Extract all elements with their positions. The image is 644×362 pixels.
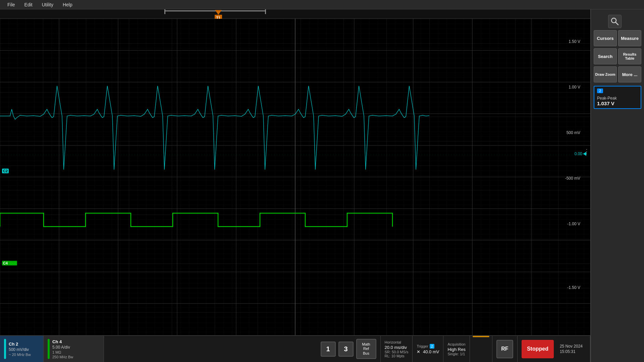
color-swatch: [473, 336, 489, 337]
menu-utility[interactable]: Utility: [37, 1, 58, 8]
ch4-status-section: Ch 4 5.00 A/div 1 MΩ 250 MHz Bw: [44, 336, 104, 362]
cursors-button[interactable]: Cursors: [594, 30, 617, 46]
acquisition-section: Acquisition High Res Single: 1/1: [443, 336, 470, 362]
stopped-button[interactable]: Stopped: [522, 340, 554, 358]
trigger-symbol: ✕ 40.0 mV: [417, 349, 439, 354]
ch2-color-bar: [4, 339, 6, 359]
menu-bar: File Edit Utility Help: [0, 0, 644, 9]
search-button[interactable]: Search: [594, 48, 617, 64]
trigger-ch-badge: 2: [430, 344, 434, 349]
ch4-color-bar: [48, 339, 50, 359]
ch4-bw-label: Bw: [68, 355, 73, 359]
ch4-name: Iout: [9, 261, 16, 265]
waveform-svg: [0, 19, 590, 335]
menu-file[interactable]: File: [3, 1, 20, 8]
trigger-level: 40.0 mV: [423, 349, 439, 354]
math-label: Math: [362, 342, 370, 347]
waveform-area: C2 C4 Iout 0.00 ⋮ 1.50 V 1.00 V 500 mV: [0, 19, 590, 335]
acquisition-mode: High Res: [447, 347, 465, 352]
draw-zoom-button[interactable]: Draw Zoom: [594, 66, 617, 82]
ch4-amps: 5.00 A/div: [52, 345, 73, 350]
rf-section: RF: [492, 336, 518, 362]
menu-help[interactable]: Help: [58, 1, 77, 8]
waveform-more-dots[interactable]: ⋮: [584, 148, 590, 155]
status-spacer: [104, 336, 317, 362]
color-swatch-section: [470, 336, 492, 362]
rf-button[interactable]: RF: [496, 340, 513, 358]
menu-edit[interactable]: Edit: [20, 1, 37, 8]
trigger-x-icon: ✕: [417, 349, 420, 354]
horizontal-title: Horizontal: [385, 340, 409, 344]
channel-3-button[interactable]: 3: [338, 342, 354, 357]
ch4-channel-indicator: C4 Iout: [2, 261, 17, 265]
ch2-bw-label: Bw: [25, 353, 31, 357]
ch2-info: Ch 2 500 mV/div ~ 20 MHz Bw: [9, 342, 31, 357]
meas-value: 1.037 V: [597, 101, 638, 106]
horizontal-rl: RL: 10 Mpts: [385, 354, 409, 358]
ch4-bw-row: 250 MHz Bw: [52, 355, 73, 359]
scope-search-icon[interactable]: [608, 15, 622, 28]
trigger-section: Trigger 2 ✕ 40.0 mV: [413, 336, 443, 362]
results-table-button[interactable]: Results Table: [618, 48, 641, 64]
date-display: 25 Nov 2024: [560, 344, 583, 349]
acquisition-single: Single: 1/1: [447, 352, 465, 356]
measurement-display: 2 Peak-Peak 1.037 V: [594, 86, 641, 109]
ch2-title: Ch 2: [9, 342, 31, 347]
ref-label: Ref: [363, 347, 369, 351]
trigger-area: T1: [0, 9, 590, 19]
meas-ch-badge: 2: [597, 88, 603, 93]
main-content: T1: [0, 9, 644, 362]
bus-label: Bus: [363, 351, 369, 356]
measure-button[interactable]: Measure: [618, 30, 641, 46]
acquisition-title: Acquisition: [447, 342, 465, 346]
right-panel: Cursors Measure Search Results Table Dra…: [590, 9, 644, 362]
search-results-row: Search Results Table: [594, 48, 641, 64]
ch4-info: Ch 4 5.00 A/div 1 MΩ 250 MHz Bw: [52, 339, 73, 359]
status-bar: Ch 2 500 mV/div ~ 20 MHz Bw Ch 4 5.00 A/…: [0, 335, 590, 362]
scope-area: T1: [0, 9, 590, 362]
ch2-status-section: Ch 2 500 mV/div ~ 20 MHz Bw: [0, 336, 44, 362]
channel-select-section: 1 3 Math Ref Bus: [317, 336, 381, 362]
svg-line-22: [615, 22, 618, 25]
stopped-section: Stopped 25 Nov 2024 15:05:31: [518, 336, 590, 362]
more-button[interactable]: More ...: [618, 66, 641, 82]
zero-value: 0.00: [575, 152, 582, 156]
channel-1-button[interactable]: 1: [321, 342, 336, 357]
math-ref-bus-button[interactable]: Math Ref Bus: [356, 339, 376, 359]
time-display: 15:05:31: [560, 349, 583, 354]
ch2-bw: 20 MHz: [12, 353, 24, 357]
meas-type-label: Peak-Peak: [597, 96, 638, 101]
ch2-volts: 500 mV/div: [9, 347, 31, 352]
horizontal-section: Horizontal 20.0 ms/div SR: 50.0 MS/s RL:…: [381, 336, 413, 362]
trigger-arrow-icon: [215, 10, 222, 15]
cursors-measure-row: Cursors Measure: [594, 30, 641, 46]
datetime: 25 Nov 2024 15:05:31: [556, 344, 586, 354]
ch2-channel-indicator: C2: [2, 168, 9, 174]
ch2-coupling-bw: ~ 20 MHz Bw: [9, 353, 31, 357]
ch4-badge: C4 Iout: [2, 261, 17, 265]
ch4-bw: 250 MHz: [52, 355, 67, 359]
ch2-badge: C2: [2, 169, 9, 173]
ch4-title: Ch 4: [52, 339, 73, 344]
trigger-bracket-right: [265, 9, 266, 14]
ch4-impedance: 1 MΩ: [52, 350, 73, 354]
horizontal-sr: SR: 50.0 MS/s: [385, 350, 409, 354]
trigger-title: Trigger 2: [417, 344, 439, 349]
ch2-coupling: ~: [9, 353, 11, 357]
horizontal-time: 20.0 ms/div: [385, 345, 409, 350]
draw-zoom-more-row: Draw Zoom More ...: [594, 66, 641, 82]
trigger-label-text: Trigger: [417, 344, 428, 348]
